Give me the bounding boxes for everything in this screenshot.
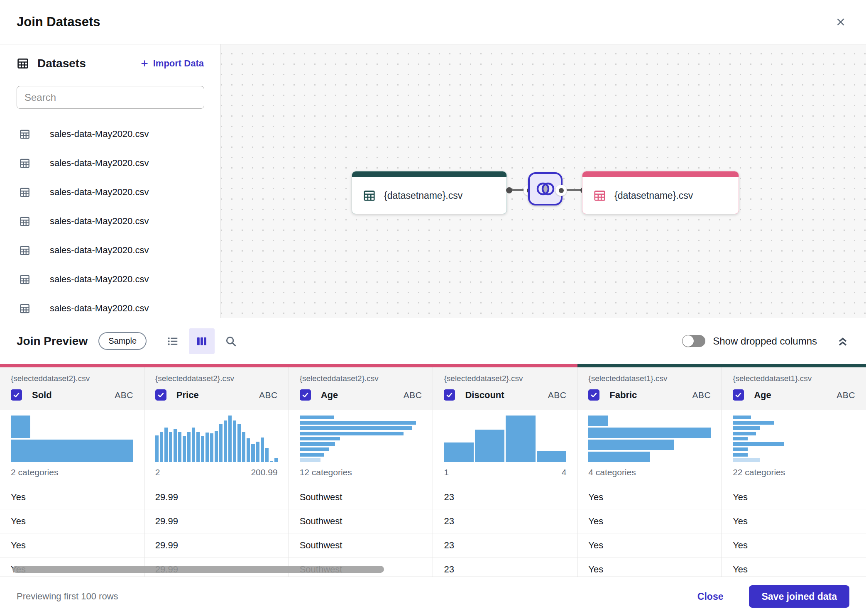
- dataset-list-item[interactable]: sales-data-May2020.csv: [0, 294, 220, 318]
- column-checkbox[interactable]: [11, 389, 22, 401]
- histogram-bar: [192, 428, 195, 462]
- column-histogram: [588, 416, 711, 462]
- dataset-list: sales-data-May2020.csv sales-data-May202…: [0, 120, 220, 318]
- plus-icon: +: [141, 57, 148, 70]
- right-dataset-node[interactable]: {datasetname}.csv: [582, 171, 739, 214]
- table-icon: [19, 216, 30, 227]
- histogram-bar: [274, 458, 278, 462]
- histogram-categories-label: 22 categories: [733, 467, 855, 477]
- table-cell: 29.99: [144, 533, 289, 557]
- dataset-list-item[interactable]: sales-data-May2020.csv: [0, 236, 220, 265]
- column-view-button[interactable]: [189, 328, 215, 354]
- table-cell: Yes: [577, 557, 722, 577]
- modal-footer: Previewing first 100 rows Close Save joi…: [0, 577, 866, 616]
- table-icon: [363, 189, 376, 202]
- table-cell: Yes: [0, 485, 144, 509]
- node-label: {datasetname}.csv: [384, 190, 462, 201]
- table-icon: [19, 245, 30, 256]
- table-cell: 23: [433, 557, 577, 577]
- column-name: Discount: [465, 390, 504, 401]
- column-checkbox[interactable]: [588, 389, 599, 401]
- histogram-bar: [733, 458, 760, 462]
- horizontal-scrollbar[interactable]: [12, 566, 384, 573]
- table-icon: [593, 189, 606, 202]
- join-preview-header: Join Preview Sample: [0, 318, 866, 364]
- dataset-list-item[interactable]: sales-data-May2020.csv: [0, 120, 220, 149]
- dataset-list-item[interactable]: sales-data-May2020.csv: [0, 207, 220, 236]
- double-chevron-up-icon: [836, 335, 849, 348]
- histogram-bar: [11, 416, 30, 438]
- column-histogram: [11, 416, 133, 462]
- histogram-bar: [733, 437, 747, 441]
- edge-dot: [506, 187, 512, 193]
- sample-badge: Sample: [98, 332, 147, 350]
- column-histogram: [444, 416, 566, 462]
- histogram-bar: [300, 453, 324, 457]
- column-histogram-cell: 12 categories: [289, 410, 433, 485]
- column-dataset-label: {selecteddataset2}.csv: [444, 374, 566, 383]
- histogram-bar: [300, 432, 404, 435]
- histogram-bar: [300, 442, 335, 446]
- column-checkbox[interactable]: [444, 389, 455, 401]
- histogram-bar: [733, 416, 751, 419]
- close-button[interactable]: Close: [695, 591, 726, 603]
- histogram-bar: [256, 442, 259, 462]
- column-dataset-label: {selecteddataset1}.csv: [588, 374, 711, 383]
- dataset-item-label: sales-data-May2020.csv: [50, 245, 149, 256]
- histogram-bar: [300, 458, 320, 462]
- preview-column: {selecteddataset2}.csv Sold ABC 2 catego…: [0, 367, 144, 577]
- table-cell: Yes: [0, 533, 144, 557]
- column-name: Age: [321, 390, 338, 401]
- join-datasets-modal: Join Datasets Datasets + Import Data sal…: [0, 0, 866, 616]
- histogram-bar: [733, 432, 756, 435]
- dataset-item-label: sales-data-May2020.csv: [50, 158, 149, 169]
- histogram-bar: [270, 461, 273, 462]
- column-dataset-label: {selecteddataset2}.csv: [11, 374, 133, 383]
- edge-port[interactable]: [555, 185, 567, 196]
- dataset-item-label: sales-data-May2020.csv: [50, 187, 149, 198]
- histogram-bar: [733, 421, 774, 425]
- column-checkbox[interactable]: [300, 389, 311, 401]
- column-checkbox[interactable]: [155, 389, 166, 401]
- histogram-bar: [588, 428, 711, 438]
- table-icon: [19, 274, 30, 285]
- preview-title: Join Preview: [17, 335, 88, 348]
- histogram-bar: [733, 447, 747, 451]
- dataset-item-label: sales-data-May2020.csv: [50, 129, 149, 139]
- histogram-bar: [11, 440, 133, 462]
- check-icon: [590, 391, 598, 399]
- column-type-label: ABC: [259, 390, 278, 400]
- histogram-min-label: 2: [155, 467, 160, 477]
- histogram-bar: [210, 433, 213, 462]
- list-view-button[interactable]: [163, 332, 182, 351]
- left-dataset-node[interactable]: {datasetname}.csv: [352, 171, 507, 214]
- histogram-bar: [174, 429, 177, 462]
- dataset-list-item[interactable]: sales-data-May2020.csv: [0, 178, 220, 207]
- show-dropped-columns-toggle[interactable]: [682, 335, 705, 347]
- histogram-bar: [300, 426, 412, 430]
- save-joined-data-button[interactable]: Save joined data: [749, 585, 849, 608]
- histogram-bar: [187, 432, 191, 462]
- column-histogram-cell: 22 categories: [722, 410, 866, 485]
- histogram-categories-label: 12 categories: [300, 467, 422, 477]
- collapse-panel-button[interactable]: [836, 335, 849, 348]
- import-data-button[interactable]: + Import Data: [141, 57, 204, 70]
- table-cell: Yes: [577, 533, 722, 557]
- histogram-categories-label: 4 categories: [588, 467, 711, 477]
- column-dataset-label: {selecteddataset1}.csv: [733, 374, 855, 383]
- preview-column: {selecteddataset2}.csv Price ABC 2 200.9…: [144, 367, 289, 577]
- histogram-bar: [588, 440, 674, 450]
- join-preview-panel: Join Preview Sample: [0, 318, 866, 577]
- column-header: {selecteddataset2}.csv Age ABC: [289, 367, 433, 410]
- search-input[interactable]: [17, 86, 204, 109]
- close-icon[interactable]: [834, 15, 848, 29]
- dataset-list-item[interactable]: sales-data-May2020.csv: [0, 149, 220, 178]
- column-rows: YesYesYesYes: [722, 485, 866, 577]
- column-checkbox[interactable]: [733, 389, 744, 401]
- table-cell: Yes: [0, 509, 144, 533]
- search-icon[interactable]: [221, 332, 240, 351]
- node-label: {datasetname}.csv: [614, 190, 693, 201]
- dataset-list-item[interactable]: sales-data-May2020.csv: [0, 265, 220, 294]
- histogram-categories-label: 2 categories: [11, 467, 133, 477]
- column-histogram: [300, 416, 422, 462]
